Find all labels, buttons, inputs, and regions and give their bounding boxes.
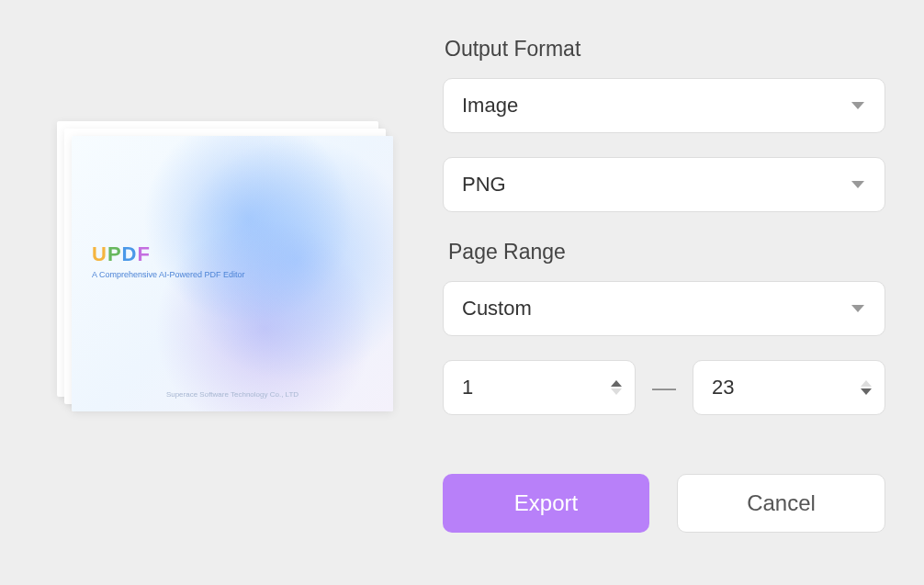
page-to-value: 23 — [712, 376, 734, 399]
cancel-button[interactable]: Cancel — [677, 474, 885, 533]
spinner-up-icon[interactable] — [861, 380, 872, 387]
document-preview-stack: UPDF A Comprehensive AI-Powered PDF Edit… — [57, 121, 397, 415]
image-format-select[interactable]: PNG — [443, 157, 885, 212]
dropdown-arrow-icon — [851, 305, 864, 312]
logo-letter-p: P — [107, 242, 122, 265]
preview-logo-subtitle: A Comprehensive AI-Powered PDF Editor — [92, 270, 245, 279]
page-to-input[interactable]: 23 — [693, 360, 885, 415]
page-range-label: Page Range — [443, 240, 885, 264]
page-to-spinners — [861, 380, 872, 395]
preview-page-front: UPDF A Comprehensive AI-Powered PDF Edit… — [72, 136, 393, 411]
page-from-spinners — [611, 380, 622, 395]
output-format-label: Output Format — [443, 37, 885, 62]
preview-logo: UPDF A Comprehensive AI-Powered PDF Edit… — [92, 242, 245, 279]
range-separator: — — [652, 374, 676, 402]
export-form: Output Format Image PNG Page Range Custo… — [443, 37, 885, 415]
page-range-row: 1 — 23 — [443, 360, 885, 415]
preview-footer-text: Superace Software Technology Co., LTD — [72, 390, 393, 399]
page-from-value: 1 — [462, 376, 473, 399]
page-from-input[interactable]: 1 — [443, 360, 636, 415]
spinner-down-icon[interactable] — [861, 388, 872, 395]
spinner-up-icon[interactable] — [611, 380, 622, 387]
format-type-value: Image — [462, 94, 518, 118]
logo-letter-d: D — [122, 242, 138, 265]
dropdown-arrow-icon — [851, 181, 864, 188]
svg-marker-1 — [851, 181, 864, 188]
spinner-down-icon[interactable] — [611, 388, 622, 395]
preview-logo-text: UPDF — [92, 242, 245, 266]
image-format-value: PNG — [462, 173, 506, 197]
export-button-label: Export — [514, 490, 578, 516]
logo-letter-u: U — [92, 242, 107, 265]
svg-marker-0 — [851, 102, 864, 109]
format-type-select[interactable]: Image — [443, 78, 885, 133]
dialog-buttons: Export Cancel — [443, 474, 885, 533]
page-range-mode-select[interactable]: Custom — [443, 281, 885, 336]
cancel-button-label: Cancel — [747, 490, 816, 516]
page-range-mode-value: Custom — [462, 297, 532, 321]
svg-marker-2 — [851, 305, 864, 312]
dropdown-arrow-icon — [851, 102, 864, 109]
logo-letter-f: F — [137, 242, 150, 265]
export-button[interactable]: Export — [443, 474, 649, 533]
